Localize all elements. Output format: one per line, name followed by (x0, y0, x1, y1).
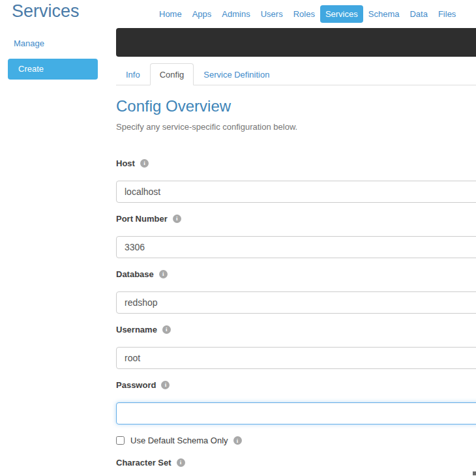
database-input[interactable] (116, 291, 476, 314)
username-label-text: Username (116, 325, 157, 335)
password-label: Password i (116, 380, 476, 390)
info-icon[interactable]: i (161, 381, 170, 389)
nav-item-files[interactable]: Files (433, 5, 461, 23)
info-icon[interactable]: i (140, 159, 149, 168)
info-icon[interactable]: i (177, 458, 185, 467)
use-default-schema-label: Use Default Schema Only (130, 436, 228, 445)
port-number-label-text: Port Number (116, 214, 168, 224)
info-icon[interactable]: i (162, 325, 171, 334)
use-default-schema-row: Use Default Schema Only i (116, 436, 476, 445)
dark-header-bar (116, 28, 476, 57)
config-form: Host i Port Number i Database i Username… (116, 158, 476, 476)
port-number-input[interactable] (116, 236, 476, 258)
nav-item-admins[interactable]: Admins (216, 5, 255, 23)
character-set-label-text: Character Set (116, 458, 171, 468)
host-label-text: Host (116, 158, 135, 168)
password-label-text: Password (116, 380, 156, 390)
database-label-text: Database (116, 269, 154, 279)
host-input[interactable] (116, 181, 476, 203)
database-label: Database i (116, 269, 476, 279)
config-overview-heading: Config Overview (116, 97, 231, 115)
nav-item-home[interactable]: Home (154, 5, 187, 23)
username-input[interactable] (116, 347, 476, 369)
sidebar-item-manage[interactable]: Manage (14, 38, 44, 48)
nav-item-services[interactable]: Services (320, 5, 363, 23)
app-window: Services Manage Create Home Apps Admins … (0, 0, 476, 476)
scrollbar-corner-artifact (473, 471, 476, 475)
tab-service-definition[interactable]: Service Definition (194, 63, 279, 85)
nav-item-apps[interactable]: Apps (187, 5, 217, 23)
use-default-schema-checkbox[interactable] (116, 436, 125, 445)
info-icon[interactable]: i (233, 436, 242, 445)
password-input[interactable] (116, 402, 476, 424)
sidebar-item-create[interactable]: Create (8, 59, 98, 80)
tab-info[interactable]: Info (116, 63, 150, 85)
info-icon[interactable]: i (173, 215, 181, 223)
service-tabs: Info Config Service Definition (116, 63, 476, 85)
nav-item-schema[interactable]: Schema (363, 5, 405, 23)
host-label: Host i (116, 158, 476, 168)
tab-config[interactable]: Config (150, 63, 194, 85)
port-number-label: Port Number i (116, 214, 476, 224)
nav-item-users[interactable]: Users (256, 5, 288, 23)
top-navigation: Home Apps Admins Users Roles Services Sc… (154, 5, 461, 23)
config-overview-subheading: Specify any service-specific configurati… (116, 122, 297, 132)
page-title: Services (12, 1, 80, 22)
username-label: Username i (116, 325, 476, 335)
nav-item-roles[interactable]: Roles (288, 5, 320, 23)
nav-item-data[interactable]: Data (404, 5, 432, 23)
character-set-label: Character Set i (116, 458, 476, 468)
info-icon[interactable]: i (159, 270, 168, 278)
